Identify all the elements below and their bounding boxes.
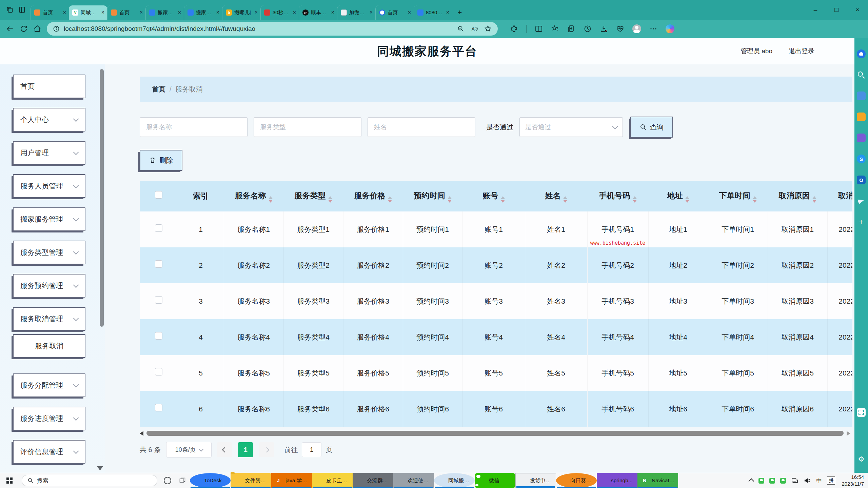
row-checkbox[interactable]: [155, 332, 162, 340]
hscroll-thumb[interactable]: [146, 431, 844, 436]
column-header-phone[interactable]: 手机号码: [587, 181, 648, 211]
tab-banjia-1[interactable]: 搬家平台 ×: [145, 5, 184, 20]
breadcrumb-home[interactable]: 首页: [152, 85, 165, 94]
sidebar-item-service-cancel[interactable]: 服务取消: [13, 334, 85, 358]
sidebar-item-home[interactable]: 首页: [13, 75, 85, 98]
tray-expand-icon[interactable]: [749, 479, 754, 484]
favorites-icon[interactable]: [551, 25, 559, 33]
tray-wechat-icon-3[interactable]: [780, 478, 786, 484]
network-icon[interactable]: [791, 477, 798, 484]
taskbar-app-pikachu[interactable]: 皮卡丘等...: [312, 473, 353, 488]
search-button[interactable]: 查询: [630, 117, 673, 138]
vertical-tabs-icon[interactable]: [18, 6, 26, 14]
sort-carets-icon[interactable]: [269, 196, 273, 203]
logout-link[interactable]: 退出登录: [789, 47, 814, 56]
column-header-index[interactable]: 索引: [178, 181, 224, 211]
ime-language-indicator[interactable]: 中: [816, 477, 822, 485]
scroll-down-arrow-icon[interactable]: [97, 466, 103, 470]
sidebar-scrollbar[interactable]: [100, 69, 104, 460]
sidebar-item-service-progress-mgmt[interactable]: 服务进度管理: [13, 407, 85, 430]
favorite-star-icon[interactable]: [484, 25, 492, 33]
taskbar-app-wechat[interactable]: 微信: [475, 473, 515, 488]
sidebar-item-user-mgmt[interactable]: 用户管理: [13, 141, 85, 165]
sidebar-item-service-cancel-mgmt[interactable]: 服务取消管理: [13, 307, 85, 331]
tab-8080[interactable]: 8080端口 ×: [414, 5, 452, 20]
column-header-order-time[interactable]: 下单时间: [708, 181, 768, 211]
row-checkbox[interactable]: [155, 296, 162, 304]
skype-icon[interactable]: S: [857, 155, 866, 163]
volume-icon[interactable]: [804, 477, 811, 484]
table-horizontal-scrollbar[interactable]: [140, 430, 852, 436]
taskbar-app-explorer[interactable]: 文件资源...: [231, 473, 271, 488]
close-button[interactable]: ×: [847, 0, 868, 20]
tab-jiawei[interactable]: 加微免费 ×: [337, 5, 375, 20]
column-header-service-type[interactable]: 服务类型: [283, 181, 343, 211]
tab-close-icon[interactable]: ×: [331, 9, 334, 16]
zoom-icon[interactable]: [457, 25, 465, 33]
tab-close-icon[interactable]: ×: [140, 9, 143, 16]
goto-page-input[interactable]: [302, 442, 321, 457]
add-sidebar-icon[interactable]: +: [857, 218, 866, 226]
tab-shunfeng[interactable]: SF 顺丰官网 ×: [299, 5, 337, 20]
shopping-icon[interactable]: [857, 113, 866, 121]
column-header-name[interactable]: 姓名: [525, 181, 587, 211]
microsoft365-icon[interactable]: [857, 92, 866, 100]
page-size-select[interactable]: 10条/页: [166, 442, 212, 458]
tab-close-icon[interactable]: ×: [408, 9, 411, 16]
next-page-button[interactable]: [259, 442, 274, 457]
tab-close-icon[interactable]: ×: [178, 9, 181, 16]
service-type-input[interactable]: [254, 117, 361, 137]
column-header-cancel-reason[interactable]: 取消原因: [768, 181, 827, 211]
taskbar-app-springboot-rar[interactable]: springb...: [597, 473, 637, 488]
tab-close-icon[interactable]: ×: [370, 9, 373, 16]
taskbar-app-todesk[interactable]: ToDesk: [190, 473, 231, 488]
new-tab-button[interactable]: +: [452, 5, 468, 20]
collections-icon[interactable]: [567, 25, 575, 33]
sort-carets-icon[interactable]: [685, 196, 689, 203]
sidebar-item-personal-center[interactable]: 个人中心: [13, 108, 85, 131]
read-aloud-icon[interactable]: A: [471, 25, 478, 33]
back-icon[interactable]: [5, 24, 14, 33]
tab-close-icon[interactable]: ×: [255, 9, 258, 16]
task-view-button[interactable]: [175, 473, 190, 488]
taskbar-app-chat-group[interactable]: 交流群等...: [353, 473, 393, 488]
cortana-button[interactable]: [160, 473, 175, 488]
row-checkbox[interactable]: [155, 404, 162, 411]
scrollbar-thumb[interactable]: [100, 69, 104, 327]
column-header-cancel-date[interactable]: 取消日期: [827, 181, 852, 211]
column-header-service-price[interactable]: 服务价格: [343, 181, 403, 211]
tab-close-icon[interactable]: ×: [63, 9, 66, 16]
tab-home-1[interactable]: 首页 ×: [31, 5, 69, 20]
sort-carets-icon[interactable]: [812, 196, 816, 203]
start-button[interactable]: [0, 473, 19, 488]
minimize-button[interactable]: –: [805, 0, 826, 20]
history-icon[interactable]: [584, 25, 592, 33]
taskbar-search-box[interactable]: 搜索: [22, 475, 157, 486]
tab-close-icon[interactable]: ×: [101, 9, 104, 16]
refresh-icon[interactable]: [20, 25, 28, 33]
page-number-active[interactable]: 1: [238, 442, 253, 457]
sort-carets-icon[interactable]: [501, 196, 505, 203]
tab-close-icon[interactable]: ×: [446, 9, 449, 16]
sort-carets-icon[interactable]: [753, 196, 757, 203]
tab-bannaer[interactable]: b 搬哪儿| ×: [222, 5, 260, 20]
sort-carets-icon[interactable]: [633, 196, 637, 203]
taskbar-app-java[interactable]: J java 学习...: [271, 473, 312, 488]
taskbar-app-sunflower[interactable]: 向日葵远...: [556, 473, 597, 488]
column-header-account[interactable]: 账号: [462, 181, 525, 211]
profile-avatar[interactable]: [632, 24, 641, 33]
sort-carets-icon[interactable]: [388, 196, 392, 203]
pass-filter-select[interactable]: 是否通过: [519, 117, 623, 137]
sidebar-item-moving-service-mgmt[interactable]: 搬家服务管理: [13, 207, 85, 231]
games-icon[interactable]: [857, 134, 866, 142]
taskbar-clock[interactable]: 16:54 2023/11/7: [840, 474, 864, 488]
tab-home-2[interactable]: 首页 ×: [107, 5, 145, 20]
tab-home-3[interactable]: 首页 ×: [375, 5, 414, 20]
site-info-icon[interactable]: [53, 25, 60, 32]
drop-icon[interactable]: [857, 197, 866, 205]
tab-close-icon[interactable]: ×: [216, 9, 219, 16]
downloads-icon[interactable]: [600, 25, 608, 33]
tab-tongcheng-admin[interactable]: V 同城搬家 ×: [69, 5, 107, 20]
tab-close-icon[interactable]: ×: [293, 9, 296, 16]
taskbar-app-navicat[interactable]: N Navicat f...: [637, 473, 678, 488]
